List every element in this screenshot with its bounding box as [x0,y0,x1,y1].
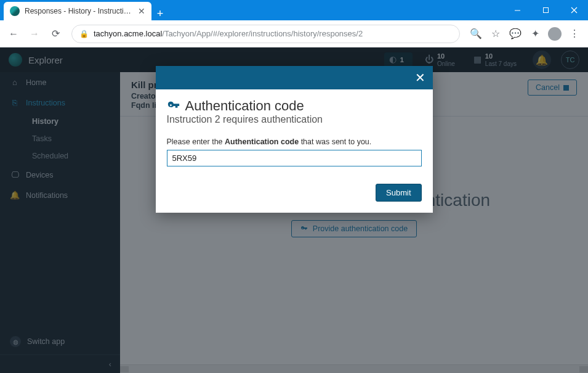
svg-rect-1 [543,8,548,13]
tab-close-icon[interactable]: ✕ [138,6,145,16]
modal-instruction: Please enter the Authentication code tha… [167,137,422,146]
modal-title: Authentication code [185,98,304,114]
app-root: Explorer ◐ 1 ⏻ 10Online ▦ 10Last 7 days … [0,47,588,373]
nav-back-button[interactable]: ← [5,25,22,43]
address-bar[interactable]: 🔒 tachyon.acme.local/Tachyon/App/#/explo… [71,25,460,43]
modal-heading: Authentication code [167,98,422,114]
bookmark-star-icon[interactable]: ☆ [487,25,504,43]
url-text: tachyon.acme.local/Tachyon/App/#/explore… [94,29,363,38]
profile-avatar-icon[interactable] [546,25,563,43]
nav-reload-button[interactable]: ⟳ [47,25,64,43]
nav-forward-button[interactable]: → [26,25,43,43]
browser-toolbar: ← → ⟳ 🔒 tachyon.acme.local/Tachyon/App/#… [0,20,588,47]
modal-close-button[interactable]: ✕ [415,72,425,84]
auth-code-input[interactable] [167,150,422,166]
extensions-icon[interactable]: ✦ [526,25,544,43]
modal-titlebar: ✕ [156,66,433,89]
tab-title: Responses - History - Instructions [25,7,133,15]
window-close-button[interactable] [560,0,588,20]
browser-tab[interactable]: Responses - History - Instructions ✕ [4,2,151,20]
lock-icon: 🔒 [79,30,89,38]
new-tab-button[interactable]: + [151,7,169,20]
key-icon [167,99,180,113]
tab-favicon [10,6,20,16]
window-minimize-button[interactable] [503,0,531,20]
modal-subtitle: Instruction 2 requires authentication [167,114,422,125]
browser-menu-icon[interactable]: ⋮ [566,25,583,43]
window-titlebar: Responses - History - Instructions ✕ + [0,0,588,20]
zoom-icon[interactable]: 🔍 [467,25,485,43]
window-maximize-button[interactable] [531,0,560,20]
chat-extension-icon[interactable]: 💬 [507,25,524,43]
submit-button[interactable]: Submit [376,184,421,202]
auth-code-modal: ✕ Authentication code Instruction 2 requ… [156,66,433,213]
